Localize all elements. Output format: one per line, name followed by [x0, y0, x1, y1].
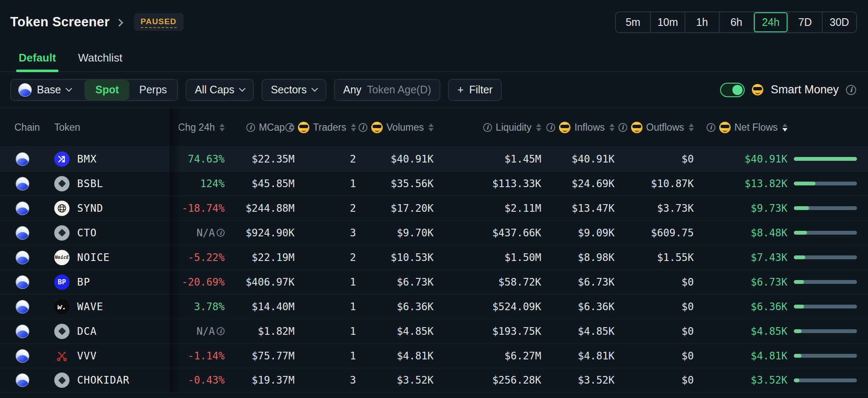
sort-down-icon	[351, 128, 356, 132]
smart-money-control: Smart Money i	[720, 83, 856, 97]
sort-arrows-icon[interactable]	[609, 123, 615, 132]
token-cell[interactable]: w.WAVE	[42, 294, 170, 319]
token-row-chokidar[interactable]: CHOKIDAR-0.43%$19.37M3$3.52K$256.28K$3.5…	[0, 368, 868, 392]
sectors-dropdown[interactable]: Sectors	[262, 79, 326, 101]
net-flows-value: $13.82K	[745, 178, 787, 190]
info-icon[interactable]: i	[707, 123, 715, 132]
net-flows-bar-track	[794, 378, 857, 382]
token-cell[interactable]: VVV	[42, 344, 170, 368]
token-cell[interactable]: BSBL	[42, 171, 170, 196]
token-row-dca[interactable]: DCAN/Ai$1.82M1$4.85K$193.75K$4.85K$0$4.8…	[0, 319, 868, 343]
tab-default[interactable]: Default	[19, 44, 56, 71]
net-flows-value: $4.85K	[751, 325, 787, 337]
token-icon	[54, 225, 70, 241]
tab-bar: DefaultWatchlist	[0, 44, 868, 72]
sort-arrows-icon[interactable]	[220, 123, 225, 132]
status-badge[interactable]: PAUSED	[134, 13, 184, 31]
chain-market-pill: Base SpotPerps	[10, 79, 178, 101]
segment-perps[interactable]: Perps	[129, 80, 177, 100]
chg-24h-value: -0.43%	[188, 374, 225, 386]
column-header-outflows[interactable]: iOutflows	[615, 108, 694, 146]
chain-selector-label: Base	[37, 84, 61, 96]
volumes-cell: $17.20K	[356, 196, 434, 220]
token-row-noice[interactable]: NoicENOICE-5.22%$22.19M2$10.53K$1.50M$8.…	[0, 245, 868, 269]
page-title[interactable]: Token Screener	[10, 14, 110, 30]
token-cell[interactable]: BPBP	[42, 270, 170, 294]
filter-bar: Base SpotPerps All Caps Sectors Any Toke…	[0, 72, 868, 108]
column-label: Outflows	[646, 122, 684, 133]
token-age-input[interactable]: Any Token Age(D)	[334, 79, 441, 101]
info-icon[interactable]: i	[285, 123, 294, 132]
token-cell[interactable]: NoicENOICE	[42, 245, 170, 269]
token-cell[interactable]: CHOKIDAR	[42, 368, 170, 392]
net-flows-bar-fill	[794, 280, 804, 284]
sort-arrows-icon[interactable]	[689, 123, 694, 132]
column-header-mcap[interactable]: iMCap	[225, 108, 295, 146]
token-symbol: CHOKIDAR	[77, 374, 130, 386]
column-header-inflows[interactable]: iInflows	[541, 108, 615, 146]
token-row-bmx[interactable]: BMX74.63%$22.35M2$40.91K$1.45M$40.91K$0$…	[0, 146, 868, 171]
segment-spot[interactable]: Spot	[84, 80, 129, 100]
token-cell[interactable]: CTO	[42, 221, 170, 245]
chain-selector[interactable]: Base	[11, 80, 79, 100]
sort-arrows-icon[interactable]	[536, 123, 541, 132]
token-cell[interactable]: DCA	[42, 319, 170, 343]
info-icon[interactable]: i	[246, 123, 255, 132]
token-row-wave[interactable]: w.WAVE3.78%$14.40M1$6.36K$524.09K$6.36K$…	[0, 294, 868, 319]
outflows-cell: $0	[615, 270, 694, 294]
net-flows-bar-fill	[794, 231, 807, 235]
net-flows-cell: $6.36K	[694, 294, 787, 319]
info-icon[interactable]: i	[483, 123, 492, 132]
column-label: Volumes	[387, 122, 424, 133]
base-chain-icon	[16, 227, 29, 239]
token-cell[interactable]: BMX	[42, 147, 170, 171]
base-chain-icon	[19, 84, 31, 96]
timeframe-5m[interactable]: 5m	[616, 12, 650, 32]
column-header-traders[interactable]: iTraders	[295, 108, 356, 146]
timeframe-6h[interactable]: 6h	[719, 12, 753, 32]
smart-money-toggle[interactable]	[720, 83, 745, 97]
outflows-cell: $0	[615, 344, 694, 368]
liquidity-cell: $6.27M	[434, 344, 541, 368]
info-icon[interactable]: i	[846, 85, 856, 95]
column-header-liquidity[interactable]: iLiquidity	[434, 108, 541, 146]
add-filter-label: Filter	[469, 84, 493, 96]
mcap-cell: $244.88M	[225, 196, 295, 220]
chg-24h-cell: -0.43%	[170, 368, 225, 392]
token-row-cto[interactable]: CTON/Ai$924.90K3$9.70K$437.66K$9.09K$609…	[0, 220, 868, 245]
chg-24h-cell: -20.69%	[170, 270, 225, 294]
caps-dropdown[interactable]: All Caps	[186, 79, 254, 101]
token-row-bsbl[interactable]: BSBL124%$45.85M1$35.56K$113.33K$24.69K$1…	[0, 171, 868, 196]
timeframe-24h[interactable]: 24h	[753, 12, 787, 32]
column-header-netflows[interactable]: iNet Flows	[694, 108, 787, 146]
chevron-down-icon	[66, 85, 72, 92]
token-row-bp[interactable]: BPBP-20.69%$406.97K1$6.73K$58.72K$6.73K$…	[0, 269, 868, 294]
info-icon[interactable]: i	[546, 123, 555, 132]
token-cell[interactable]: SYND	[42, 196, 170, 220]
info-icon[interactable]: i	[217, 229, 225, 237]
info-icon[interactable]: i	[359, 123, 367, 132]
net-flows-cell: $4.81K	[694, 344, 787, 368]
column-header-volumes[interactable]: iVolumes	[356, 108, 434, 146]
sort-arrows-icon[interactable]	[351, 123, 356, 132]
chevron-down-icon	[311, 85, 318, 92]
token-icon	[54, 324, 70, 339]
timeframe-10m[interactable]: 10m	[650, 12, 684, 32]
sort-arrows-icon[interactable]	[428, 123, 434, 132]
add-filter-button[interactable]: + Filter	[448, 79, 502, 101]
chevron-right-icon[interactable]	[115, 19, 123, 26]
info-icon[interactable]: i	[618, 123, 627, 132]
info-icon[interactable]: i	[217, 327, 225, 335]
column-header-chg[interactable]: Chg 24h	[170, 108, 225, 146]
token-row-synd[interactable]: SYND-18.74%$244.88M2$17.20K$2.11M$13.47K…	[0, 196, 868, 220]
sunglasses-emoji-icon	[298, 122, 309, 133]
timeframe-30D[interactable]: 30D	[822, 12, 856, 32]
token-symbol: VVV	[77, 350, 97, 362]
timeframe-7D[interactable]: 7D	[787, 12, 822, 32]
chg-24h-value: -20.69%	[182, 276, 225, 288]
chg-24h-cell: -18.74%	[170, 196, 225, 220]
tab-watchlist[interactable]: Watchlist	[78, 44, 122, 71]
sort-arrows-icon[interactable]	[782, 123, 787, 132]
token-row-vvv[interactable]: VVV-1.14%$75.77M1$4.81K$6.27M$4.81K$0$4.…	[0, 343, 868, 368]
timeframe-1h[interactable]: 1h	[684, 12, 719, 32]
